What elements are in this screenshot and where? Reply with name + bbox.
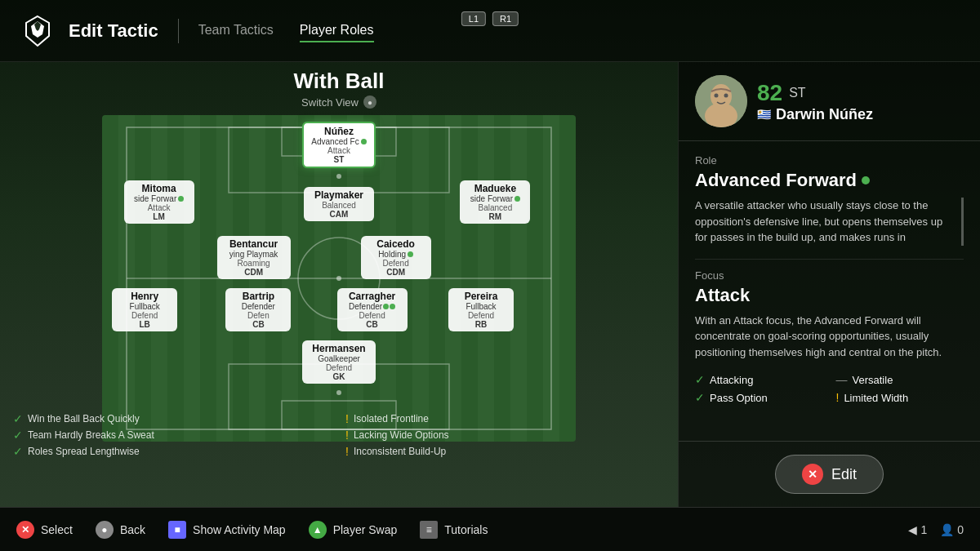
player-mitoma-focus: Attack bbox=[130, 203, 189, 212]
player-nunez-focus: Attack bbox=[310, 146, 368, 155]
player-caicedo[interactable]: Caicedo Holding Defend CDM bbox=[361, 236, 431, 279]
app-logo bbox=[20, 13, 56, 49]
player-bartrip-role: Defender bbox=[231, 302, 285, 311]
player-nunez-name: Núñez bbox=[310, 126, 368, 137]
feedback-section: ✓ Win the Ball Back Quickly ✓ Team Hardl… bbox=[13, 412, 678, 458]
feedback-warning-2: ! Lacking Wide Options bbox=[345, 429, 678, 442]
action-show-activity-map[interactable]: ■ Show Activity Map bbox=[168, 521, 286, 539]
svg-point-16 bbox=[715, 94, 719, 98]
player-playmaker[interactable]: Playmaker Balanced CAM bbox=[304, 187, 374, 221]
warning-icon-3: ! bbox=[345, 445, 349, 458]
attr-check-icon-1: ✓ bbox=[695, 373, 705, 386]
player-henry-focus: Defend bbox=[118, 311, 172, 320]
player-mitoma[interactable]: Mitoma side Forwar Attack LM bbox=[124, 180, 194, 224]
player-bartrip[interactable]: Bartrip Defender Defen CB bbox=[225, 288, 291, 331]
edit-button[interactable]: ✕ Edit bbox=[775, 455, 884, 494]
player-henry[interactable]: Henry Fullback Defend LB bbox=[112, 288, 177, 331]
pitch-container: Núñez Advanced Fc Attack ST Mitoma side … bbox=[102, 115, 576, 442]
switch-view-label: Switch View bbox=[301, 96, 359, 109]
player-pereira-role: Fullback bbox=[454, 302, 508, 311]
feedback-warnings: ! Isolated Frontline ! Lacking Wide Opti… bbox=[345, 412, 678, 458]
action-activity-map-label: Show Activity Map bbox=[193, 523, 286, 536]
player-full-name: 🇺🇾 Darwin Núñez bbox=[757, 106, 964, 123]
attributes-grid: ✓ Attacking — Versatile ✓ Pass Option ! … bbox=[695, 373, 964, 404]
player-header: 82 ST 🇺🇾 Darwin Núñez bbox=[679, 62, 980, 141]
player-henry-name: Henry bbox=[118, 291, 172, 302]
svg-point-12 bbox=[336, 390, 341, 395]
player-bartrip-pos: CB bbox=[231, 320, 285, 329]
player-hermansen-focus: Defend bbox=[308, 363, 370, 372]
r1-button[interactable]: R1 bbox=[492, 11, 519, 26]
player-info: 82 ST 🇺🇾 Darwin Núñez bbox=[757, 80, 964, 123]
attr-attacking-label: Attacking bbox=[710, 374, 753, 386]
action-back-label: Back bbox=[120, 523, 145, 536]
right-panel: 82 ST 🇺🇾 Darwin Núñez Role Advanced Forw… bbox=[678, 62, 980, 507]
warning-icon-1: ! bbox=[345, 412, 349, 425]
player-madueke-name: Madueke bbox=[466, 183, 524, 194]
player-bentancur-name: Bentancur bbox=[223, 238, 285, 250]
edit-button-x-icon: ✕ bbox=[802, 464, 823, 485]
player-playmaker-focus: Balanced bbox=[310, 201, 368, 210]
player-pereira-focus: Defend bbox=[454, 311, 508, 320]
attr-versatile: — Versatile bbox=[836, 373, 964, 386]
focus-title: Attack bbox=[695, 285, 964, 306]
player-rating-row: 82 ST bbox=[757, 80, 964, 106]
checkmark-icon-2: ✓ bbox=[13, 429, 23, 442]
player-nunez[interactable]: Núñez Advanced Fc Attack ST bbox=[302, 122, 376, 168]
player-carragher[interactable]: Carragher Defender Defend CB bbox=[337, 288, 408, 331]
feedback-positive-1: ✓ Win the Ball Back Quickly bbox=[13, 412, 345, 425]
player-mitoma-role: side Forwar bbox=[130, 194, 189, 203]
action-select[interactable]: ✕ Select bbox=[16, 521, 73, 539]
switch-view-button[interactable]: Switch View ● bbox=[301, 96, 376, 109]
player-hermansen-role: Goalkeeper bbox=[308, 354, 370, 363]
feedback-positive-3: ✓ Roles Spread Lengthwise bbox=[13, 445, 345, 458]
nav-divider bbox=[178, 19, 179, 43]
edit-button-container: ✕ Edit bbox=[679, 441, 980, 507]
player-bentancur-focus: Roaming bbox=[223, 259, 285, 268]
checkmark-icon-1: ✓ bbox=[13, 412, 23, 425]
player-hermansen-name: Hermansen bbox=[308, 343, 370, 354]
warning-icon-2: ! bbox=[345, 429, 349, 442]
tab-team-tactics[interactable]: Team Tactics bbox=[198, 20, 274, 42]
player-carragher-name: Carragher bbox=[343, 291, 402, 302]
action-back[interactable]: ● Back bbox=[96, 521, 145, 539]
player-henry-pos: LB bbox=[118, 320, 172, 329]
tab-player-roles[interactable]: Player Roles bbox=[300, 20, 374, 42]
circle-button-icon: ● bbox=[96, 521, 114, 539]
action-tutorials[interactable]: ≡ Tutorials bbox=[420, 521, 488, 539]
x-button-icon: ✕ bbox=[16, 521, 34, 539]
player-nunez-role: Advanced Fc bbox=[310, 137, 368, 146]
attr-warn-icon-1: ! bbox=[836, 391, 840, 404]
top-nav-bar: L1 R1 Edit Tactic Team Tactics Player Ro… bbox=[0, 0, 980, 62]
nav-tabs: Team Tactics Player Roles bbox=[198, 20, 374, 42]
player-mitoma-pos: LM bbox=[130, 212, 189, 221]
player-pereira[interactable]: Pereira Fullback Defend RB bbox=[448, 288, 514, 331]
svg-point-17 bbox=[724, 94, 728, 98]
player-bentancur[interactable]: Bentancur ying Playmak Roaming CDM bbox=[217, 236, 291, 279]
scroll-count: 1 bbox=[920, 523, 927, 536]
bottom-right-info: ◀ 1 👤 0 bbox=[908, 523, 964, 536]
role-title: Advanced Forward bbox=[695, 170, 964, 191]
player-rating: 82 bbox=[757, 80, 782, 106]
player-count-icon: 👤 bbox=[940, 523, 954, 536]
player-caicedo-focus: Defend bbox=[367, 259, 425, 268]
feedback-positive-2: ✓ Team Hardly Breaks A Sweat bbox=[13, 429, 345, 442]
action-player-swap[interactable]: ▲ Player Swap bbox=[309, 521, 398, 539]
focus-section: Focus Attack With an Attack focus, the A… bbox=[695, 259, 964, 405]
action-tutorials-label: Tutorials bbox=[444, 523, 488, 536]
attr-versatile-label: Versatile bbox=[853, 374, 893, 386]
player-nunez-pos: ST bbox=[310, 155, 368, 164]
scroll-indicator: ◀ 1 bbox=[908, 523, 927, 536]
player-count-indicator: 👤 0 bbox=[940, 523, 964, 536]
l1-button[interactable]: L1 bbox=[461, 11, 486, 26]
player-madueke[interactable]: Madueke side Forwar Balanced RM bbox=[460, 180, 530, 224]
attr-attacking: ✓ Attacking bbox=[695, 373, 823, 386]
switch-view-icon: ● bbox=[363, 96, 376, 109]
edit-button-label: Edit bbox=[831, 466, 857, 483]
attr-check-icon-2: ✓ bbox=[695, 391, 705, 404]
player-name-text: Darwin Núñez bbox=[776, 106, 873, 123]
player-hermansen[interactable]: Hermansen Goalkeeper Defend GK bbox=[302, 340, 376, 384]
feedback-warning-1: ! Isolated Frontline bbox=[345, 412, 678, 425]
attr-pass-option-label: Pass Option bbox=[710, 392, 768, 404]
attr-limited-width: ! Limited Width bbox=[836, 391, 964, 404]
